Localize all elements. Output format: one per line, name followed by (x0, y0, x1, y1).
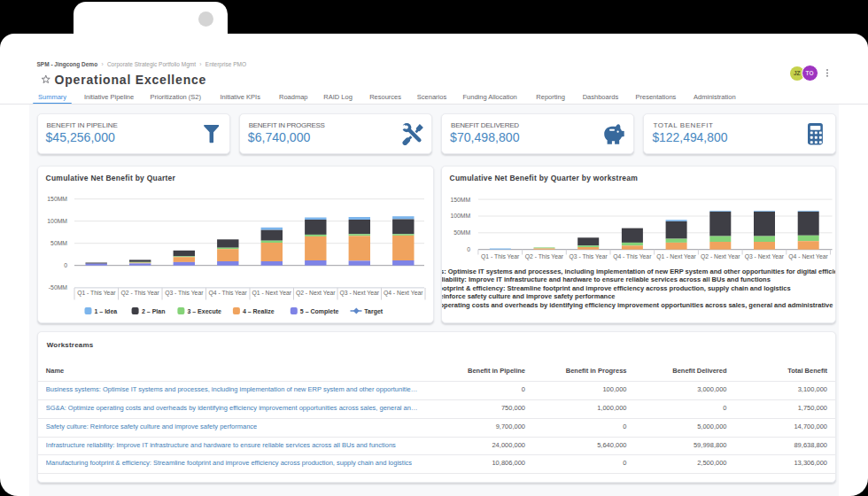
svg-text:Q2 - Next Year: Q2 - Next Year (295, 290, 335, 297)
svg-text:Q3 - This Year: Q3 - This Year (165, 290, 204, 297)
svg-text:Q1 - This Year: Q1 - This Year (481, 253, 520, 260)
svg-text:-50MM: -50MM (48, 284, 66, 291)
svg-text:Q3 - Next Year: Q3 - Next Year (744, 253, 784, 260)
svg-text:50MM: 50MM (50, 240, 67, 246)
svg-text:100MM: 100MM (450, 213, 470, 219)
svg-text:150MM: 150MM (47, 196, 67, 202)
svg-text:Q1 - Next Year: Q1 - Next Year (656, 253, 696, 260)
svg-text:Q4 - This Year: Q4 - This Year (208, 290, 247, 297)
svg-text:0: 0 (64, 262, 67, 268)
svg-text:Q2 - This Year: Q2 - This Year (120, 290, 159, 297)
svg-text:Q4 - Next Year: Q4 - Next Year (788, 253, 828, 260)
svg-text:Q2 - This Year: Q2 - This Year (524, 253, 563, 260)
svg-text:3 – Execute: 3 – Execute (187, 308, 221, 314)
svg-text:50MM: 50MM (453, 229, 470, 236)
svg-text:1 – Idea: 1 – Idea (94, 308, 117, 314)
svg-text:Q3 - This Year: Q3 - This Year (569, 253, 608, 260)
svg-text:Q3 - Next Year: Q3 - Next Year (339, 290, 379, 297)
svg-text:2 – Plan: 2 – Plan (142, 308, 165, 314)
svg-text:5 – Complete: 5 – Complete (299, 308, 338, 315)
svg-text:Q4 - This Year: Q4 - This Year (613, 253, 652, 260)
svg-text:150MM: 150MM (450, 197, 470, 203)
svg-text:4 – Realize: 4 – Realize (242, 308, 274, 314)
svg-text:Q2 - Next Year: Q2 - Next Year (700, 253, 740, 260)
svg-text:Target: Target (364, 308, 384, 315)
svg-text:Q4 - Next Year: Q4 - Next Year (383, 290, 422, 297)
svg-text:100MM: 100MM (47, 218, 67, 224)
svg-text:0: 0 (467, 246, 470, 252)
svg-text:Q1 - This Year: Q1 - This Year (77, 290, 116, 297)
svg-text:Q1 - Next Year: Q1 - Next Year (252, 290, 291, 297)
